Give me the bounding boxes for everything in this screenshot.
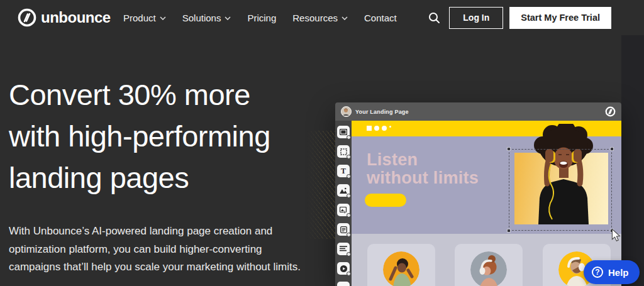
nav-label: Pricing	[247, 13, 276, 23]
browser-dot	[374, 126, 379, 131]
headline-line-2: with high-performing	[9, 116, 270, 157]
text-icon[interactable]: T	[337, 165, 350, 177]
hero-headline: Convert 30% more with high-performing la…	[9, 74, 270, 199]
avatar-card[interactable]	[367, 244, 435, 286]
nav-label: Contact	[364, 13, 397, 23]
hero-description: With Unbounce’s AI-powered landing page …	[9, 223, 307, 277]
main-nav: Product Solutions Pricing Resources Cont…	[123, 0, 397, 35]
dancing-woman-avatar	[383, 251, 419, 286]
resize-handle-bottom-left[interactable]	[507, 229, 511, 233]
code-icon[interactable]: </>	[337, 282, 350, 286]
browser-dots	[367, 126, 391, 131]
builder-window-title: Your Landing Page	[355, 109, 409, 115]
nav-label: Product	[123, 13, 156, 23]
image-pointer-icon[interactable]	[337, 204, 350, 216]
unbounce-landing-page: unbounce Product Solutions Pricing Resou…	[0, 0, 644, 286]
chevron-down-icon	[160, 16, 166, 20]
mouse-cursor	[611, 229, 621, 241]
canvas-heading[interactable]: Listen without limits	[367, 151, 479, 187]
box-icon[interactable]	[337, 145, 350, 158]
help-button[interactable]: ? Help	[584, 260, 640, 284]
browser-dot	[382, 126, 387, 131]
search-icon[interactable]	[428, 12, 440, 24]
nav-item-resources[interactable]: Resources	[292, 13, 348, 23]
avatar-card[interactable]	[455, 244, 523, 286]
builder-toolbar: T </>	[335, 121, 352, 286]
decorative-stripes	[307, 131, 337, 239]
nav-item-pricing[interactable]: Pricing	[247, 13, 276, 23]
login-button[interactable]: Log In	[449, 7, 503, 29]
headline-line-3: landing pages	[9, 157, 270, 199]
site-header: unbounce Product Solutions Pricing Resou…	[0, 0, 644, 35]
nav-label: Solutions	[182, 13, 221, 23]
builder-canvas[interactable]: Listen without limits	[352, 121, 621, 286]
canvas-heading-line-1: Listen	[367, 151, 479, 169]
user-avatar	[341, 106, 352, 117]
nav-item-contact[interactable]: Contact	[364, 13, 397, 23]
image-icon[interactable]	[337, 184, 350, 197]
paragraph-icon[interactable]	[337, 243, 350, 255]
unbounce-logo[interactable]: unbounce	[18, 8, 111, 27]
unbounce-logo-icon	[18, 8, 36, 27]
canvas-lower-section	[352, 234, 621, 286]
header-actions: Log In Start My Free Trial	[428, 0, 611, 35]
canvas-cta-pill[interactable]	[365, 194, 406, 207]
page-builder-mockup: Your Landing Page T </>	[335, 102, 621, 286]
builder-titlebar: Your Landing Page	[335, 102, 621, 121]
section-icon[interactable]	[337, 126, 350, 138]
brand-name: unbounce	[41, 9, 111, 26]
headphones-woman-avatar	[470, 251, 507, 286]
chevron-down-icon	[341, 16, 348, 20]
resize-handle-top-right[interactable]	[610, 147, 614, 151]
question-mark-icon: ?	[592, 267, 603, 278]
canvas-heading-line-2: without limits	[367, 169, 479, 187]
browser-dot-square	[367, 126, 372, 131]
video-icon[interactable]	[337, 262, 350, 275]
nav-label: Resources	[292, 13, 338, 23]
background-shade	[621, 35, 644, 286]
headline-line-1: Convert 30% more	[9, 74, 270, 116]
browser-dot-small	[389, 126, 391, 128]
unbounce-badge-icon	[605, 106, 616, 117]
selection-outline[interactable]	[509, 149, 612, 231]
text-block-icon[interactable]	[337, 223, 350, 236]
start-free-trial-button[interactable]: Start My Free Trial	[509, 7, 611, 29]
chevron-down-icon	[225, 16, 231, 20]
nav-item-solutions[interactable]: Solutions	[182, 13, 231, 23]
nav-item-product[interactable]: Product	[123, 13, 166, 23]
help-label: Help	[608, 267, 629, 278]
resize-handle-top-left[interactable]	[507, 147, 511, 151]
